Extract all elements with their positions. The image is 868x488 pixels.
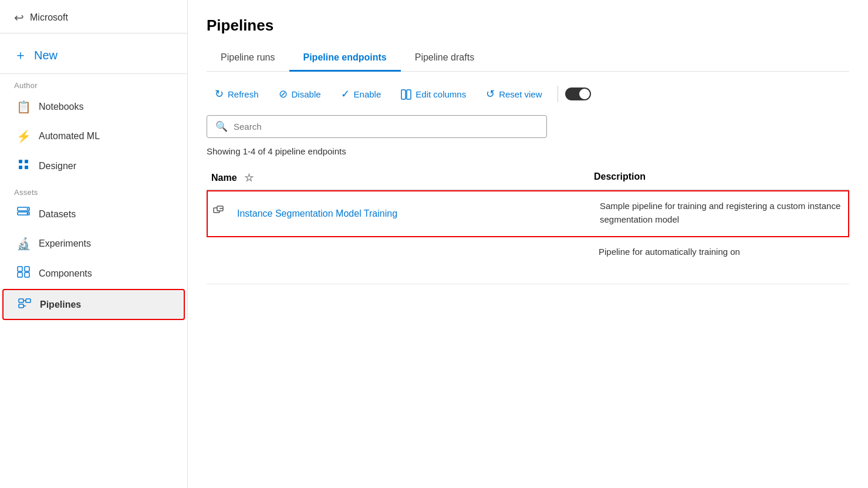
sidebar-item-notebooks[interactable]: 📋 Notebooks	[2, 93, 185, 121]
star-icon[interactable]: ☆	[244, 171, 254, 184]
count-text: Showing 1-4 of 4 pipeline endpoints	[207, 146, 849, 156]
tab-pipeline-drafts[interactable]: Pipeline drafts	[401, 46, 488, 72]
notebooks-icon: 📋	[16, 100, 31, 114]
refresh-label: Refresh	[228, 89, 259, 99]
experiments-icon: 🔬	[16, 237, 31, 251]
microsoft-label: Microsoft	[30, 12, 68, 23]
svg-rect-18	[407, 90, 411, 99]
svg-rect-11	[25, 272, 29, 277]
components-icon	[16, 266, 31, 281]
reset-view-button[interactable]: ↺ Reset view	[478, 83, 550, 105]
author-section-label: Author	[0, 74, 187, 92]
row-desc-cell-2: Pipeline for automatically training on	[594, 237, 849, 284]
enable-button[interactable]: ✓ Enable	[333, 83, 390, 105]
components-label: Components	[39, 268, 92, 279]
datasets-label: Datasets	[39, 209, 76, 220]
experiments-label: Experiments	[39, 238, 91, 249]
sidebar-item-pipelines[interactable]: Pipelines	[2, 289, 185, 320]
search-container: 🔍	[207, 115, 849, 138]
disable-button[interactable]: ⊘ Disable	[271, 83, 329, 105]
toolbar-divider	[558, 86, 558, 102]
edit-columns-label: Edit columns	[416, 89, 466, 99]
datasets-icon	[16, 207, 31, 221]
column-desc-header: Description	[594, 171, 849, 184]
automated-ml-icon: ⚡	[16, 129, 31, 143]
sidebar: ↩ Microsoft ＋ New Author 📋 Notebooks ⚡ A…	[0, 0, 188, 488]
microsoft-back-link[interactable]: ↩ Microsoft	[14, 11, 173, 25]
column-name-header: Name ☆	[207, 171, 594, 184]
pipeline-endpoint-icon	[212, 206, 229, 222]
row-desc-cell: Sample pipeline for training and registe…	[595, 191, 848, 236]
table-area: Name ☆ Description Instance Segmentation…	[207, 167, 849, 488]
main-content: Pipelines Pipeline runs Pipeline endpoin…	[188, 0, 868, 488]
designer-icon	[16, 159, 31, 173]
row-name-cell: Instance Segmentation Model Training	[208, 191, 595, 236]
enable-icon: ✓	[341, 87, 350, 100]
svg-rect-2	[19, 166, 22, 169]
svg-point-7	[27, 213, 29, 214]
sidebar-item-experiments[interactable]: 🔬 Experiments	[2, 230, 185, 258]
back-icon: ↩	[14, 11, 24, 25]
svg-rect-12	[19, 299, 23, 302]
row-name-cell-2	[207, 237, 594, 284]
tabs-container: Pipeline runs Pipeline endpoints Pipelin…	[207, 46, 849, 72]
pipelines-label: Pipelines	[40, 299, 81, 310]
table-row: Pipeline for automatically training on	[207, 237, 849, 284]
sidebar-item-designer[interactable]: Designer	[2, 152, 185, 180]
tab-pipeline-runs[interactable]: Pipeline runs	[207, 46, 289, 72]
designer-label: Designer	[39, 161, 76, 171]
assets-section-label: Assets	[0, 181, 187, 199]
search-box: 🔍	[207, 115, 547, 138]
notebooks-label: Notebooks	[39, 102, 84, 112]
sidebar-item-datasets[interactable]: Datasets	[2, 200, 185, 228]
refresh-icon: ↻	[215, 87, 224, 100]
disable-label: Disable	[292, 89, 321, 99]
table-header: Name ☆ Description	[207, 167, 849, 190]
svg-rect-17	[401, 90, 406, 99]
disable-icon: ⊘	[279, 87, 288, 100]
sidebar-item-automated-ml[interactable]: ⚡ Automated ML	[2, 122, 185, 150]
table-row: Instance Segmentation Model Training Sam…	[207, 190, 849, 237]
sidebar-item-components[interactable]: Components	[2, 259, 185, 288]
svg-rect-3	[25, 166, 28, 169]
enable-label: Enable	[354, 89, 381, 99]
pipelines-icon	[18, 297, 32, 312]
page-title: Pipelines	[207, 16, 849, 35]
row-link[interactable]: Instance Segmentation Model Training	[237, 208, 397, 219]
reset-view-label: Reset view	[499, 89, 542, 99]
svg-point-6	[27, 208, 29, 210]
svg-rect-1	[25, 160, 28, 163]
sidebar-top: ↩ Microsoft	[0, 0, 187, 33]
tab-pipeline-endpoints[interactable]: Pipeline endpoints	[289, 46, 401, 72]
toggle-switch[interactable]	[565, 87, 591, 100]
automated-ml-label: Automated ML	[39, 131, 100, 142]
new-button[interactable]: ＋ New	[0, 33, 187, 74]
svg-rect-13	[26, 299, 31, 302]
toolbar: ↻ Refresh ⊘ Disable ✓ Enable Edit column…	[207, 83, 849, 105]
svg-rect-9	[25, 267, 29, 271]
svg-rect-8	[18, 267, 22, 271]
toggle-track	[565, 87, 591, 100]
svg-rect-14	[19, 304, 23, 308]
name-col-label: Name	[211, 173, 237, 183]
search-input[interactable]	[234, 122, 538, 132]
search-icon: 🔍	[215, 120, 228, 133]
reset-view-icon: ↺	[486, 87, 495, 100]
plus-icon: ＋	[14, 46, 27, 64]
svg-rect-10	[18, 272, 22, 277]
refresh-button[interactable]: ↻ Refresh	[207, 83, 267, 105]
edit-columns-icon	[401, 88, 411, 100]
toggle-thumb	[579, 89, 590, 99]
edit-columns-button[interactable]: Edit columns	[393, 84, 474, 105]
new-label: New	[34, 49, 58, 62]
svg-rect-0	[19, 160, 22, 163]
